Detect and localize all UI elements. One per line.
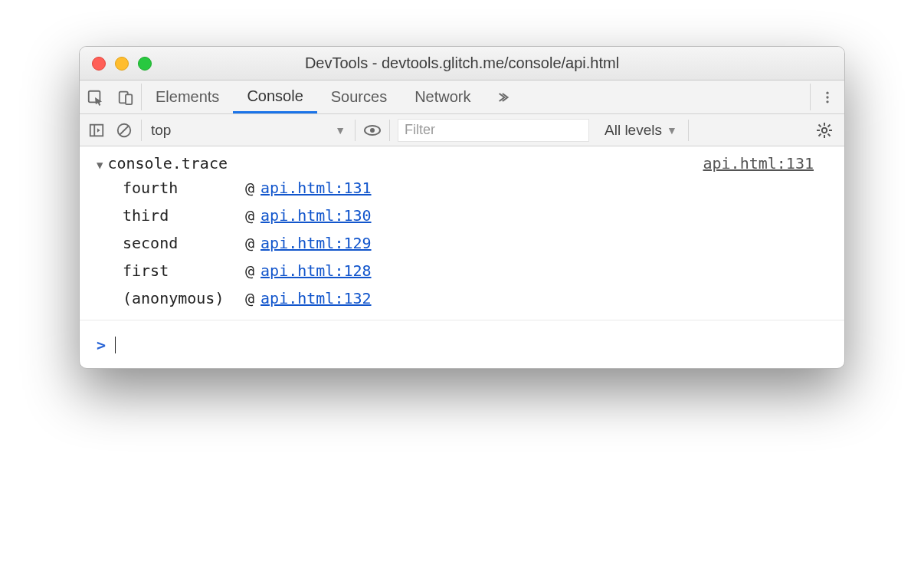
titlebar: DevTools - devtools.glitch.me/console/ap… [80, 47, 844, 80]
stack-source-link[interactable]: api.html:129 [260, 234, 372, 252]
svg-point-5 [826, 100, 828, 103]
svg-line-19 [819, 133, 821, 136]
stack-at-symbol: @ [245, 206, 254, 225]
svg-point-3 [826, 91, 828, 94]
device-toggle-icon[interactable] [110, 80, 141, 113]
console-body: ▼ console.trace api.html:131 fourth @ ap… [80, 146, 844, 368]
console-toolbar: top ▼ All levels ▼ [80, 114, 844, 146]
tab-console[interactable]: Console [233, 80, 316, 113]
stack-function-name: first [123, 261, 245, 280]
divider [389, 120, 390, 141]
chevron-down-icon: ▼ [335, 124, 346, 136]
zoom-icon[interactable] [138, 57, 152, 71]
minimize-icon[interactable] [115, 57, 129, 71]
stack-at-symbol: @ [245, 234, 254, 252]
stack-frame-row: first @ api.html:128 [80, 257, 844, 284]
console-settings-icon[interactable] [808, 121, 841, 140]
clear-console-icon[interactable] [110, 117, 138, 144]
svg-rect-6 [90, 124, 103, 136]
svg-point-12 [822, 127, 827, 132]
stack-source-link[interactable]: api.html:130 [260, 206, 372, 225]
stack-function-name: third [123, 206, 245, 225]
svg-line-9 [120, 126, 129, 134]
stack-function-name: second [123, 234, 245, 252]
stack-source-link[interactable]: api.html:131 [260, 179, 372, 197]
console-prompt-row[interactable]: > [80, 320, 844, 366]
stack-frame-row: (anonymous) @ api.html:132 [80, 284, 844, 312]
spacer [519, 80, 811, 113]
inspect-element-icon[interactable] [80, 80, 110, 113]
stack-function-name: fourth [123, 179, 245, 197]
svg-point-11 [370, 128, 375, 133]
svg-line-18 [828, 133, 831, 136]
devtools-window: DevTools - devtools.glitch.me/console/ap… [79, 46, 845, 369]
window-title: DevTools - devtools.glitch.me/console/ap… [80, 54, 844, 72]
stack-source-link[interactable]: api.html:128 [260, 261, 372, 280]
prompt-chevron-icon: > [97, 336, 106, 354]
stack-function-name: (anonymous) [123, 289, 245, 307]
tab-elements[interactable]: Elements [142, 80, 233, 113]
stack-at-symbol: @ [245, 261, 254, 280]
stack-frame-row: fourth @ api.html:131 [80, 174, 844, 202]
chevron-down-icon: ▼ [667, 124, 677, 136]
filter-input[interactable] [398, 119, 589, 142]
svg-line-20 [828, 124, 831, 127]
execution-context-label: top [151, 122, 171, 139]
devtools-tabstrip: Elements Console Sources Network [80, 80, 844, 114]
traffic-lights [80, 57, 152, 71]
disclosure-triangle-icon[interactable]: ▼ [97, 159, 103, 171]
stack-source-link[interactable]: api.html:132 [260, 289, 372, 307]
divider [688, 120, 689, 141]
trace-header-row[interactable]: ▼ console.trace api.html:131 [80, 153, 844, 174]
execution-context-select[interactable]: top ▼ [145, 122, 352, 139]
tab-sources[interactable]: Sources [317, 80, 401, 113]
close-icon[interactable] [92, 57, 106, 71]
stack-at-symbol: @ [245, 179, 254, 197]
stack-at-symbol: @ [245, 289, 254, 307]
kebab-menu-icon[interactable] [811, 80, 844, 113]
trace-label: console.trace [107, 154, 228, 172]
log-levels-label: All levels [605, 122, 662, 139]
text-caret-icon [115, 337, 116, 353]
tab-network[interactable]: Network [401, 80, 484, 113]
log-levels-select[interactable]: All levels ▼ [597, 122, 685, 139]
divider [141, 120, 142, 141]
more-tabs-icon[interactable] [485, 80, 519, 113]
source-link[interactable]: api.html:131 [703, 154, 828, 172]
divider [355, 120, 356, 141]
svg-line-17 [819, 124, 821, 127]
svg-point-4 [826, 96, 828, 98]
svg-rect-2 [126, 94, 132, 104]
stack-frame-row: second @ api.html:129 [80, 229, 844, 257]
sidebar-toggle-icon[interactable] [83, 117, 110, 144]
stack-frame-row: third @ api.html:130 [80, 202, 844, 229]
live-expression-icon[interactable] [359, 117, 386, 144]
